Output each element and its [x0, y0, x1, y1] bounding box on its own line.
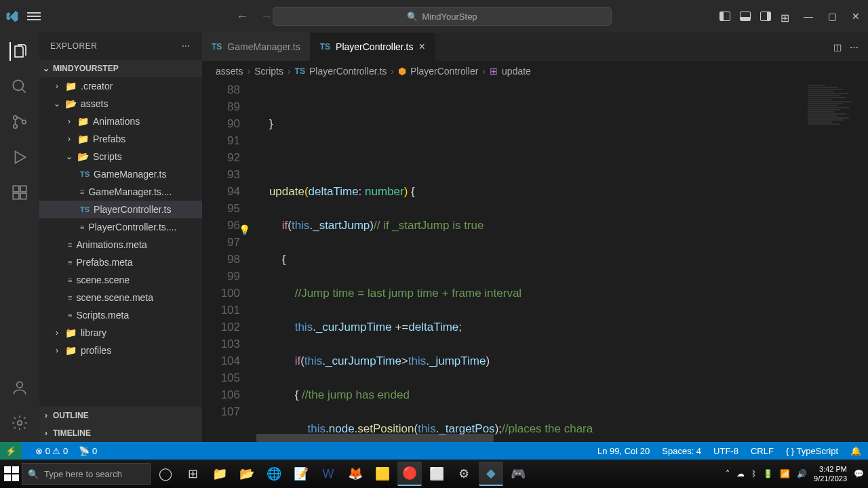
- wifi-icon[interactable]: 📶: [780, 469, 790, 479]
- search-icon[interactable]: [10, 77, 29, 96]
- svg-point-2: [14, 125, 17, 128]
- vscode-icon: [5, 9, 19, 23]
- folder-creator[interactable]: ›📁.creator: [39, 77, 202, 95]
- volume-icon[interactable]: 🔊: [797, 469, 807, 479]
- tab-more-icon[interactable]: ⋯: [850, 42, 859, 52]
- app-firefox[interactable]: 🦊: [343, 462, 368, 486]
- app-vscode[interactable]: ◆: [479, 462, 503, 486]
- battery-icon[interactable]: 🔋: [763, 469, 773, 479]
- nav-forward: →: [260, 9, 273, 24]
- tray-chevron-icon[interactable]: ˄: [726, 469, 730, 479]
- code-editor[interactable]: 8889909192939495969798991001011021031041…: [202, 81, 868, 442]
- explorer-menu[interactable]: ⋯: [182, 41, 191, 51]
- app-sticky[interactable]: 🟨: [370, 462, 395, 486]
- activity-bar: [0, 33, 39, 442]
- sidebar: EXPLORER ⋯ ⌄MINDYOURSTEP ›📁.creator ⌄📂as…: [39, 33, 202, 442]
- split-editor-icon[interactable]: ◫: [833, 42, 842, 52]
- svg-point-0: [13, 80, 23, 90]
- system-tray[interactable]: ˄ ☁ ᛒ 🔋 📶 🔊 3:42 PM9/21/2023 💬: [726, 464, 864, 483]
- app-word[interactable]: W: [316, 462, 340, 486]
- encoding[interactable]: UTF-8: [713, 446, 738, 456]
- close-icon[interactable]: ×: [418, 41, 425, 53]
- statusbar: ⚡ ⊗ 0 ⚠ 0 📡 0 Ln 99, Col 20 Spaces: 4 UT…: [0, 442, 868, 460]
- app-recorder[interactable]: 🔴: [397, 462, 422, 486]
- app-generic2[interactable]: ⚙: [452, 462, 476, 486]
- timeline-section[interactable]: ›TIMELINE: [39, 424, 202, 442]
- command-center[interactable]: 🔍 MindYourStep: [273, 7, 612, 26]
- svg-point-8: [17, 382, 23, 388]
- tab-playercontroller[interactable]: TSPlayerController.ts×: [311, 33, 435, 61]
- layout-customize-icon[interactable]: ⊞: [781, 12, 791, 21]
- app-edge[interactable]: 🌐: [262, 462, 286, 486]
- line-gutter: 8889909192939495969798991001011021031041…: [202, 81, 256, 442]
- file-playercontroller[interactable]: TSPlayerController.ts: [39, 201, 202, 218]
- folder-scripts[interactable]: ⌄📂Scripts: [39, 148, 202, 165]
- settings-icon[interactable]: [10, 413, 29, 432]
- app-explorer[interactable]: 📁: [208, 462, 232, 486]
- project-name: MindYourStep: [422, 12, 477, 22]
- language-mode[interactable]: { } TypeScript: [786, 446, 838, 456]
- notifications-icon[interactable]: 🔔: [850, 446, 861, 456]
- file-tree: ⌄MINDYOURSTEP ›📁.creator ⌄📂assets ›📁Anim…: [39, 60, 202, 407]
- folder-library[interactable]: ›📁library: [39, 324, 202, 342]
- indentation[interactable]: Spaces: 4: [662, 446, 701, 456]
- file-gamemanager[interactable]: TSGameManager.ts: [39, 165, 202, 183]
- svg-rect-5: [20, 186, 26, 192]
- minimize-button[interactable]: —: [801, 11, 816, 22]
- file-animations-meta[interactable]: ≡Animations.meta: [39, 236, 202, 253]
- extensions-icon[interactable]: [10, 183, 29, 202]
- horizontal-scrollbar[interactable]: [256, 434, 494, 442]
- explorer-icon[interactable]: [9, 42, 28, 61]
- file-prefabs-meta[interactable]: ≡Prefabs.meta: [39, 253, 202, 271]
- minimap[interactable]: [804, 81, 868, 441]
- maximize-button[interactable]: ▢: [825, 11, 840, 22]
- problems[interactable]: ⊗ 0 ⚠ 0: [35, 446, 68, 456]
- layout-panel-icon[interactable]: [740, 12, 751, 21]
- menu-icon[interactable]: [27, 12, 41, 20]
- folder-animations[interactable]: ›📁Animations: [39, 113, 202, 130]
- remote-indicator[interactable]: ⚡: [0, 442, 22, 460]
- bluetooth-icon[interactable]: ᛒ: [751, 469, 756, 479]
- editor-tabs: TSGameManager.ts TSPlayerController.ts× …: [202, 33, 868, 61]
- svg-rect-7: [20, 193, 26, 199]
- outline-section[interactable]: ›OUTLINE: [39, 407, 202, 424]
- lightbulb-icon[interactable]: 💡: [239, 222, 250, 239]
- svg-rect-4: [13, 186, 19, 192]
- app-notes[interactable]: 📝: [289, 462, 313, 486]
- file-gamemanager-meta[interactable]: ≡GameManager.ts....: [39, 183, 202, 201]
- action-center-icon[interactable]: 💬: [854, 469, 864, 479]
- folder-assets[interactable]: ⌄📂assets: [39, 95, 202, 113]
- editor: TSGameManager.ts TSPlayerController.ts× …: [202, 33, 868, 442]
- folder-prefabs[interactable]: ›📁Prefabs: [39, 130, 202, 148]
- source-control-icon[interactable]: [10, 113, 29, 131]
- project-header[interactable]: ⌄MINDYOURSTEP: [39, 60, 202, 77]
- onedrive-icon[interactable]: ☁: [736, 469, 745, 479]
- account-icon[interactable]: [10, 378, 29, 397]
- app-folder[interactable]: 📂: [235, 462, 259, 486]
- app-cocos[interactable]: 🎮: [506, 462, 530, 486]
- cursor-position[interactable]: Ln 99, Col 20: [597, 446, 650, 456]
- close-button[interactable]: ✕: [849, 11, 863, 22]
- code-content[interactable]: 💡 } update(deltaTime: number) { if(this.…: [256, 81, 868, 442]
- app-generic1[interactable]: ⬜: [425, 462, 449, 486]
- cortana-icon[interactable]: ◯: [153, 462, 178, 486]
- search-icon: 🔍: [407, 12, 418, 22]
- ports[interactable]: 📡 0: [79, 446, 97, 456]
- eol[interactable]: CRLF: [751, 446, 774, 456]
- run-debug-icon[interactable]: [10, 148, 29, 167]
- clock[interactable]: 3:42 PM9/21/2023: [814, 464, 847, 483]
- folder-profiles[interactable]: ›📁profiles: [39, 342, 202, 359]
- file-scene-meta[interactable]: ≡scene.scene.meta: [39, 289, 202, 306]
- breadcrumbs[interactable]: assets› Scripts› TSPlayerController.ts› …: [202, 61, 868, 81]
- nav-back[interactable]: ←: [236, 9, 248, 24]
- start-button[interactable]: [4, 466, 19, 481]
- task-view-icon[interactable]: ⊞: [180, 462, 205, 486]
- layout-sidebar-right-icon[interactable]: [760, 12, 771, 21]
- taskbar-search[interactable]: 🔍 Type here to search: [22, 463, 151, 485]
- file-scripts-meta[interactable]: ≡Scripts.meta: [39, 306, 202, 324]
- layout-sidebar-left-icon[interactable]: [719, 12, 730, 21]
- file-scene[interactable]: ≡scene.scene: [39, 271, 202, 289]
- svg-point-1: [14, 116, 17, 119]
- tab-gamemanager[interactable]: TSGameManager.ts: [202, 33, 311, 61]
- file-playercontroller-meta[interactable]: ≡PlayerController.ts....: [39, 218, 202, 236]
